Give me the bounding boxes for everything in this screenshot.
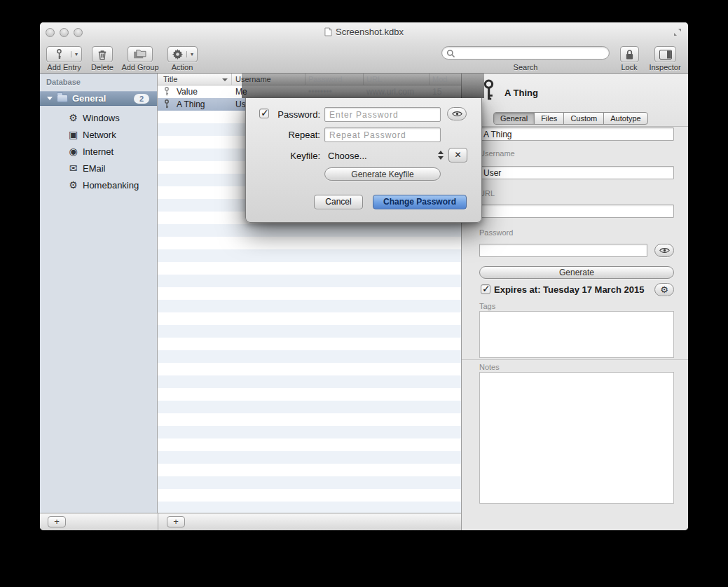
sidebar-item-windows[interactable]: ⚙ Windows [40,109,157,126]
sidebar-item-email[interactable]: ✉ EMail [40,160,157,177]
username-label: Username [479,149,515,158]
change-password-dialog: Password: Repeat: Keyfile: Choose... ✕ G… [245,98,482,223]
expires-label: Expires at: Tuesday 17 March 2015 [494,284,644,295]
close-button[interactable] [46,28,55,37]
fullscreen-icon[interactable] [673,28,682,36]
add-entry-plus-button[interactable]: + [167,516,185,527]
lock-icon [621,47,638,62]
inspector-panel-icon [655,47,675,62]
search-label: Search [497,63,554,71]
reveal-password-button[interactable] [447,107,467,120]
lock-button[interactable] [620,46,639,62]
key-icon [47,47,71,62]
add-entry-button[interactable]: ▾ [46,46,82,62]
eye-icon [452,111,462,117]
app-window: Screenshot.kdbx ▾ Add Entry Delete Add G… [40,22,688,530]
add-group-button[interactable] [128,46,153,62]
gear-icon: ⚙ [67,179,79,191]
bottom-bar: + + [40,513,461,530]
clear-keyfile-button[interactable]: ✕ [448,148,467,163]
sidebar-item-label: Network [83,130,116,140]
expiry-gear-button[interactable]: ⚙ [654,283,674,296]
cancel-button[interactable]: Cancel [314,195,363,209]
eye-icon [659,247,670,254]
tab-general[interactable]: General [494,113,535,124]
title-field[interactable] [479,127,674,141]
sidebar-item-label: Windows [83,113,120,123]
notes-label: Notes [479,363,500,371]
group-label: General [72,93,106,104]
disclosure-triangle-icon[interactable] [47,97,53,100]
action-label: Action [158,63,207,71]
inspector-panel: A Thing General Files Custom Autotype Us… [461,74,688,530]
url-field[interactable] [479,205,674,218]
sidebar-item-network[interactable]: ▣ Network [40,126,157,143]
sidebar-header: Database [46,78,81,86]
sidebar-group-general[interactable]: General 2 [40,91,157,106]
stepper-icon[interactable] [437,150,445,161]
username-field[interactable] [479,166,674,179]
close-icon: ✕ [454,150,461,160]
sidebar-item-label: Homebanking [83,180,139,191]
inspector-button[interactable] [654,46,676,62]
zoom-button[interactable] [74,28,83,37]
generate-keyfile-button[interactable]: Generate Keyfile [324,167,441,181]
keyfile-label: Keyfile: [271,151,320,161]
expires-checkbox[interactable] [481,284,490,294]
gear-icon [168,47,186,62]
window-title: Screenshot.kdbx [124,27,604,37]
tags-label: Tags [479,302,495,310]
minimize-button[interactable] [60,28,69,37]
keyfile-popup[interactable]: Choose... [328,151,367,161]
tab-autotype[interactable]: Autotype [604,113,647,124]
inspector-header: A Thing General Files Custom Autotype [462,74,688,127]
envelope-icon: ✉ [67,163,79,174]
document-icon [324,27,332,36]
chevron-down-icon[interactable]: ▾ [186,51,197,57]
monitor-icon: ▣ [67,129,79,140]
sidebar-item-internet[interactable]: ◉ Internet [40,143,157,160]
gear-icon: ⚙ [660,284,668,295]
cell-title: A Thing [177,99,205,109]
password-label: Password: [271,109,320,120]
folders-icon [128,47,152,62]
password-checkbox[interactable] [259,109,269,118]
tab-files[interactable]: Files [535,113,564,124]
sidebar-item-homebanking[interactable]: ⚙ Homebanking [40,177,157,193]
repeat-label: Repeat: [271,130,320,140]
key-icon [483,79,495,103]
folder-icon [57,95,68,102]
action-button[interactable]: ▾ [167,46,198,62]
password-field[interactable] [479,244,647,257]
sheet-shadow [242,74,484,98]
sidebar-item-label: EMail [83,163,106,174]
change-password-button[interactable]: Change Password [373,195,467,209]
chevron-down-icon[interactable]: ▾ [71,51,81,57]
tab-custom[interactable]: Custom [564,113,604,124]
password-label: Password [479,228,513,237]
password-input[interactable] [324,107,441,122]
key-icon [164,87,170,97]
notes-field[interactable] [479,372,674,504]
add-group-plus-button[interactable]: + [48,516,66,527]
key-icon [164,99,170,109]
entry-count-badge: 2 [134,94,149,104]
inspector-label: Inspector [633,63,688,71]
delete-button[interactable] [92,46,113,62]
sidebar: Database General 2 ⚙ Windows ▣ Network ◉… [40,74,158,513]
sidebar-item-label: Internet [83,146,114,157]
gear-icon: ⚙ [67,112,79,123]
reveal-password-button[interactable] [654,244,674,257]
search-field[interactable] [441,46,610,60]
search-icon [446,49,455,58]
window-chrome: Screenshot.kdbx ▾ Add Entry Delete Add G… [40,22,688,74]
column-header-title[interactable]: Title [163,75,177,83]
search-input[interactable] [458,47,603,59]
entry-title: A Thing [504,88,538,98]
tags-field[interactable] [479,311,674,358]
inspector-tabs: General Files Custom Autotype [493,112,648,125]
generate-password-button[interactable]: Generate [479,266,674,279]
cell-title: Value [177,87,198,97]
globe-icon: ◉ [67,146,79,157]
repeat-input[interactable] [324,127,441,142]
